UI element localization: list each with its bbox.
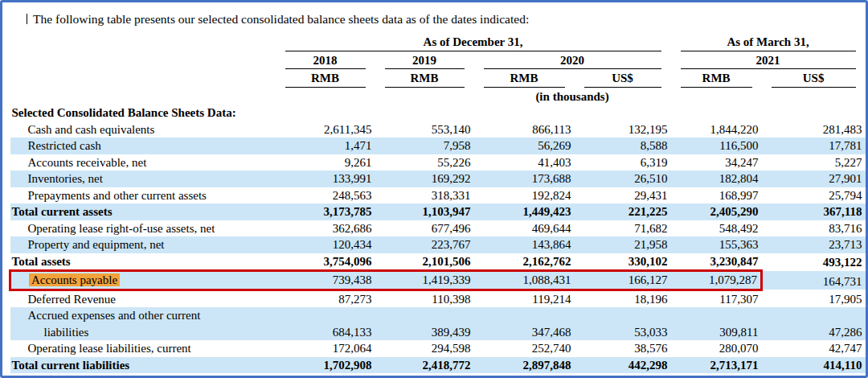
cell-value: 117,307 [671, 290, 762, 307]
row-label: liabilities [10, 324, 276, 341]
cell-value: 1,079,287 [671, 271, 762, 290]
cursor-mark [27, 14, 27, 24]
year-header-row: 2018 2019 2020 2021 [10, 52, 866, 71]
cell-value: 55,226 [375, 154, 474, 171]
cell-value: 3,230,847 [671, 253, 762, 271]
cell-value: 548,492 [671, 220, 762, 237]
cell-value: 34,247 [671, 154, 762, 171]
cell-value: 1,702,908 [276, 357, 375, 374]
cell-value: 166,127 [575, 271, 671, 290]
row-label: Accrued expenses and other current [10, 307, 276, 324]
highlight-accounts-payable[interactable]: Accounts payable [29, 273, 120, 286]
cell-value: 280,070 [671, 340, 762, 357]
cell-value [762, 105, 866, 121]
cell-value: 155,363 [671, 236, 762, 253]
cell-value: 119,214 [474, 290, 575, 307]
row-label: Accounts receivable, net [10, 154, 276, 171]
table-row: Prepayments and other current assets 248… [10, 187, 866, 204]
table-row: Total current liabilities 1,702,9082,418… [10, 357, 866, 374]
cell-value: 1,419,339 [375, 271, 474, 290]
cell-value: 3,754,096 [276, 253, 375, 271]
table-row: Inventories, net 133,991169,292173,68826… [10, 171, 866, 187]
group-header-cell-dec: As of December 31, [276, 34, 671, 52]
cell-value: 5,227 [762, 154, 866, 171]
currency-header-cell: RMB [375, 70, 474, 88]
row-label: Operating lease right-of-use assets, net [10, 220, 276, 237]
group-header-dec31: As of December 31, [285, 35, 661, 51]
currency-usd-2021: US$ [772, 71, 856, 88]
currency-usd-2020: US$ [584, 71, 661, 88]
cell-value: 1,471 [276, 138, 375, 154]
cell-value: 8,588 [575, 138, 671, 154]
cell-value: 47,286 [762, 324, 866, 341]
currency-header-cell: RMB [671, 70, 762, 88]
units-row: (in thousands) [10, 88, 866, 105]
currency-rmb-2021: RMB [681, 71, 752, 88]
row-label: Total current liabilities [10, 357, 276, 374]
year-header-cell: 2020 [474, 52, 671, 71]
row-label: Accounts payable [10, 271, 276, 290]
currency-rmb-2019: RMB [385, 71, 465, 88]
table-row: Accrued expenses and other current [10, 307, 866, 324]
cell-value: 389,439 [375, 324, 474, 341]
cell-value [671, 307, 762, 324]
row-label: Restricted cash [10, 138, 276, 154]
year-2018: 2018 [285, 53, 366, 70]
intro-text: The following table presents our selecte… [33, 12, 529, 26]
cell-value: 2,897,848 [474, 357, 575, 374]
table-row: Total current assets 3,173,7851,103,9471… [10, 203, 866, 220]
currency-header-cell: US$ [575, 70, 671, 88]
cell-value: 362,686 [276, 220, 375, 237]
currency-header-cell: US$ [762, 70, 866, 88]
year-header-cell: 2021 [671, 52, 866, 71]
cell-value: 53,033 [575, 324, 671, 341]
cell-value: 41,403 [474, 154, 575, 171]
cell-value: 25,794 [762, 187, 866, 204]
cell-value: 294,598 [375, 340, 474, 357]
cell-value: 21,958 [575, 236, 671, 253]
cell-value: 281,483 [762, 121, 866, 138]
row-label: Selected Consolidated Balance Sheets Dat… [10, 105, 276, 121]
cell-value: 1,088,431 [474, 271, 575, 290]
table-row: Cash and cash equivalents 2,611,345553,1… [10, 121, 866, 138]
cell-value: 18,196 [575, 290, 671, 307]
cell-value: 2,405,290 [671, 203, 762, 220]
cell-value: 71,682 [575, 220, 671, 237]
cell-value: 87,273 [276, 290, 375, 307]
table-row: Selected Consolidated Balance Sheets Dat… [10, 105, 866, 121]
cell-value: 223,767 [375, 236, 474, 253]
cell-value: 29,431 [575, 187, 671, 204]
cell-value: 83,716 [762, 220, 866, 237]
document-page: The following table presents our selecte… [0, 0, 868, 378]
header-spacer [10, 52, 276, 71]
cell-value: 17,781 [762, 138, 866, 154]
cell-value: 330,102 [575, 253, 671, 271]
cell-value: 168,997 [671, 187, 762, 204]
cell-value [375, 307, 474, 324]
cell-value [276, 307, 375, 324]
header-spacer [10, 70, 276, 88]
year-2021: 2021 [681, 53, 856, 70]
currency-header-cell: RMB [276, 70, 375, 88]
row-label: Inventories, net [10, 171, 276, 187]
row-label: Total assets [10, 253, 276, 271]
cell-value: 739,438 [276, 271, 375, 290]
cell-value: 252,740 [474, 340, 575, 357]
table-row: Restricted cash 1,4717,95856,2698,588116… [10, 138, 866, 154]
cell-value [575, 307, 671, 324]
row-label: Deferred Revenue [10, 290, 276, 307]
balance-sheet-table: As of December 31, As of March 31, 2018 … [9, 34, 866, 373]
header-spacer [10, 88, 276, 105]
row-label: Prepayments and other current assets [10, 187, 276, 204]
cell-value: 192,824 [474, 187, 575, 204]
year-2019: 2019 [385, 53, 465, 70]
row-label: Property and equipment, net [10, 236, 276, 253]
currency-header-cell: RMB [474, 70, 575, 88]
cell-value: 677,496 [375, 220, 474, 237]
cell-value: 414,110 [762, 357, 866, 374]
group-header-cell-mar: As of March 31, [671, 34, 866, 52]
table-row: Operating lease liabilities, current 172… [10, 340, 866, 357]
row-label: Operating lease liabilities, current [10, 340, 276, 357]
cell-value: 2,101,506 [375, 253, 474, 271]
cell-value: 169,292 [375, 171, 474, 187]
